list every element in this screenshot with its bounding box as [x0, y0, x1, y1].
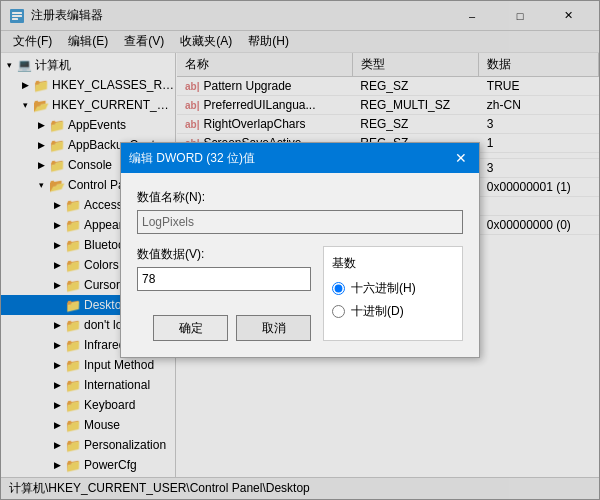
- dec-radio-item[interactable]: 十进制(D): [332, 303, 454, 320]
- dialog-title-bar: 编辑 DWORD (32 位)值 ✕: [121, 143, 479, 173]
- name-input[interactable]: [137, 210, 463, 234]
- edit-dword-dialog: 编辑 DWORD (32 位)值 ✕ 数值名称(N): 数值数据(V): 确定: [120, 142, 480, 358]
- hex-radio[interactable]: [332, 282, 345, 295]
- dec-label: 十进制(D): [351, 303, 404, 320]
- dialog-close-button[interactable]: ✕: [451, 148, 471, 168]
- dialog-title: 编辑 DWORD (32 位)值: [129, 150, 255, 167]
- dialog-lower: 数值数据(V): 确定 取消 基数 十六进制(H): [137, 246, 463, 341]
- data-label: 数值数据(V):: [137, 246, 311, 263]
- name-field-group: 数值名称(N):: [137, 189, 463, 246]
- dialog-overlay: 编辑 DWORD (32 位)值 ✕ 数值名称(N): 数值数据(V): 确定: [0, 0, 600, 500]
- hex-radio-item[interactable]: 十六进制(H): [332, 280, 454, 297]
- hex-label: 十六进制(H): [351, 280, 416, 297]
- confirm-button[interactable]: 确定: [153, 315, 228, 341]
- dialog-body: 数值名称(N): 数值数据(V): 确定 取消 基数: [121, 173, 479, 357]
- base-title: 基数: [332, 255, 454, 272]
- name-label: 数值名称(N):: [137, 189, 463, 206]
- data-input[interactable]: [137, 267, 311, 291]
- base-section: 基数 十六进制(H) 十进制(D): [323, 246, 463, 341]
- value-section: 数值数据(V): 确定 取消: [137, 246, 311, 341]
- dialog-buttons: 确定 取消: [137, 315, 311, 341]
- cancel-button[interactable]: 取消: [236, 315, 311, 341]
- dec-radio[interactable]: [332, 305, 345, 318]
